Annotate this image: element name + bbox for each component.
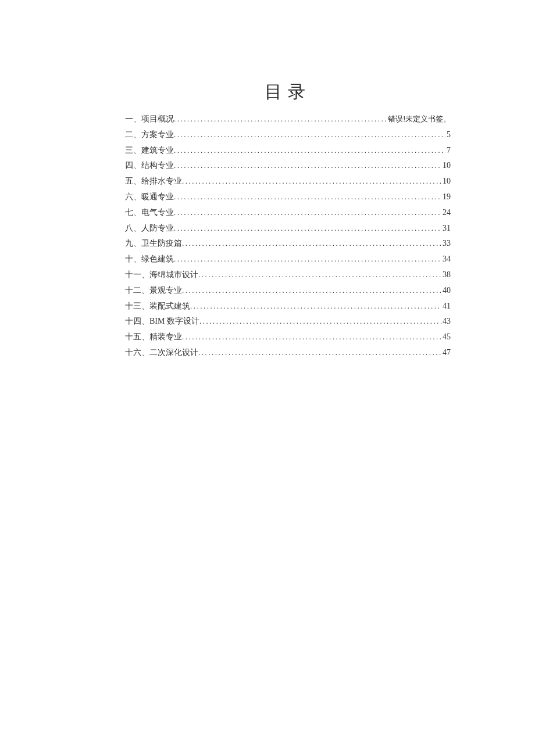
- page-title: 目录: [125, 80, 451, 104]
- toc-label: 十、绿色建筑: [125, 255, 174, 264]
- toc-leader-dots: [199, 317, 441, 326]
- toc-entry[interactable]: 十、绿色建筑 34: [125, 255, 451, 264]
- toc-leader-dots: [174, 192, 441, 202]
- toc-page: 31: [441, 224, 451, 234]
- toc-entry[interactable]: 四、结构专业 10: [125, 161, 451, 171]
- toc-label: 十五、精装专业: [125, 332, 182, 342]
- toc-leader-dots: [174, 161, 441, 170]
- toc-page: 47: [441, 348, 451, 358]
- toc-label: 十一、海绵城市设计: [125, 270, 198, 280]
- toc-page: 7: [445, 146, 451, 156]
- toc-page: 33: [441, 239, 451, 249]
- toc-page: 40: [441, 286, 451, 296]
- toc-page: 5: [445, 130, 451, 140]
- toc-entry[interactable]: 十一、海绵城市设计 38: [125, 270, 451, 280]
- toc-entry[interactable]: 十五、精装专业 45: [125, 332, 451, 342]
- toc-label: 十六、二次深化设计: [125, 348, 198, 358]
- toc-leader-dots: [174, 130, 445, 139]
- toc-label: 四、结构专业: [125, 161, 174, 171]
- toc-page-error: 错误!未定义书签。: [387, 114, 451, 124]
- toc-entry[interactable]: 七、电气专业 24: [125, 208, 451, 218]
- toc-leader-dots: [182, 239, 441, 248]
- toc-page: 目录 一、项目概况 错误!未定义书签。 二、方案专业 5 三、建筑专业 7 四、…: [0, 0, 535, 358]
- toc-label: 六、暖通专业: [125, 192, 174, 202]
- toc-entry[interactable]: 十六、二次深化设计 47: [125, 348, 451, 358]
- toc-leader-dots: [190, 302, 441, 311]
- toc-entry[interactable]: 八、人防专业 31: [125, 224, 451, 234]
- toc-label: 八、人防专业: [125, 224, 174, 234]
- toc-page: 10: [441, 177, 451, 187]
- toc-leader-dots: [174, 255, 441, 264]
- toc-entry[interactable]: 十二、景观专业 40: [125, 286, 451, 296]
- toc-page: 10: [441, 161, 451, 171]
- toc-page: 45: [441, 332, 451, 342]
- toc-page: 41: [441, 302, 451, 311]
- toc-page: 34: [441, 255, 451, 264]
- toc-leader-dots: [174, 224, 441, 233]
- toc-entry[interactable]: 十四、BIM 数字设计 43: [125, 317, 451, 327]
- toc-leader-dots: [198, 348, 441, 357]
- toc-label: 九、卫生防疫篇: [125, 239, 182, 249]
- toc-leader-dots: [174, 208, 441, 217]
- toc-entry[interactable]: 九、卫生防疫篇 33: [125, 239, 451, 249]
- toc-entry[interactable]: 三、建筑专业 7: [125, 146, 451, 156]
- toc-leader-dots: [174, 146, 445, 155]
- toc-label: 十四、BIM 数字设计: [125, 317, 199, 327]
- toc-leader-dots: [182, 177, 441, 186]
- toc-label: 三、建筑专业: [125, 146, 174, 156]
- toc-entry[interactable]: 一、项目概况 错误!未定义书签。: [125, 114, 451, 124]
- toc-entry[interactable]: 二、方案专业 5: [125, 130, 451, 140]
- toc-entry[interactable]: 六、暖通专业 19: [125, 192, 451, 202]
- toc-page: 24: [441, 208, 451, 218]
- toc-leader-dots: [182, 332, 441, 342]
- toc-leader-dots: [198, 270, 441, 280]
- toc-page: 38: [441, 270, 451, 280]
- toc-entry[interactable]: 十三、装配式建筑 41: [125, 302, 451, 311]
- toc-label: 一、项目概况: [125, 114, 174, 124]
- toc-entry[interactable]: 五、给排水专业 10: [125, 177, 451, 187]
- toc-page: 43: [441, 317, 451, 327]
- toc-leader-dots: [182, 286, 441, 295]
- toc-leader-dots: [174, 114, 387, 124]
- toc-label: 十二、景观专业: [125, 286, 182, 296]
- toc-label: 十三、装配式建筑: [125, 302, 190, 311]
- toc-label: 五、给排水专业: [125, 177, 182, 187]
- toc-page: 19: [441, 192, 451, 202]
- toc-label: 七、电气专业: [125, 208, 174, 218]
- toc-label: 二、方案专业: [125, 130, 174, 140]
